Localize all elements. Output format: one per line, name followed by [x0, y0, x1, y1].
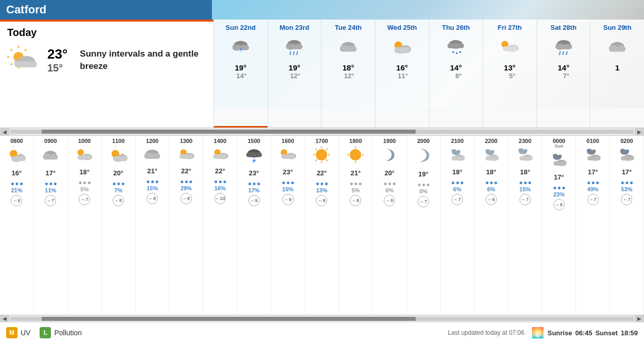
wind-indicator: ←7	[78, 194, 91, 205]
forecast-day-5[interactable]: Fri 27th 13° 5°	[482, 20, 536, 128]
svg-line-98	[316, 159, 317, 161]
forecast-day-name: Sun 29th	[603, 24, 632, 31]
wind-circle: ←6	[486, 194, 497, 205]
svg-rect-40	[503, 46, 518, 51]
today-weather-icon	[7, 43, 40, 78]
forecast-day-1[interactable]: Mon 23rd 19° 12°	[267, 20, 321, 128]
hour-icon	[75, 146, 94, 166]
svg-rect-63	[43, 155, 58, 159]
forecast-day-name: Sat 28th	[550, 24, 577, 31]
rain-section: ● ● ● 15%	[282, 179, 294, 192]
hour-time: 1500	[247, 136, 260, 145]
forecast-day-0[interactable]: Sun 22nd 19° 14°	[213, 20, 267, 128]
svg-rect-89	[281, 154, 295, 159]
forecast-day-name: Thu 26th	[442, 24, 470, 31]
scroll-right-arrow-bottom[interactable]: ▶	[635, 315, 644, 322]
wind-indicator: ←7	[620, 194, 633, 205]
svg-rect-59	[11, 156, 26, 161]
rain-drops: ● ● ●	[587, 179, 599, 186]
rain-section: ● ● ● 29%	[180, 178, 192, 191]
hour-icon	[550, 151, 568, 171]
rain-drops: ● ● ●	[350, 180, 362, 187]
scroll-bar-top[interactable]: ◀ ▶	[0, 128, 644, 136]
scroll-track-bottom[interactable]	[10, 317, 634, 321]
svg-rect-44	[555, 44, 571, 49]
forecast-day-4[interactable]: Thu 26th 14° 8°	[429, 20, 483, 128]
rain-pct: 49%	[587, 186, 599, 192]
scroll-track-top[interactable]	[10, 130, 634, 134]
wind-indicator: ←8	[315, 195, 328, 206]
svg-point-64	[78, 149, 84, 155]
sunrise-time: 06:45	[575, 329, 592, 337]
wind-circle: ←7	[621, 194, 632, 205]
hour-time: 2100	[451, 136, 463, 145]
rain-section: ● ● ● 15%	[146, 178, 158, 191]
forecast-day-name: Tue 24th	[335, 24, 362, 31]
rain-pct: 0%	[419, 188, 427, 194]
rain-section: ● ● ● 16%	[214, 178, 226, 191]
svg-line-8	[11, 63, 12, 65]
wind-circle: ←9	[248, 195, 260, 206]
rain-drops: ● ● ●	[316, 180, 328, 187]
wind-circle: ←8	[181, 193, 192, 204]
wind-circle: ←8	[147, 193, 158, 204]
svg-line-7	[25, 49, 26, 51]
forecast-day-7[interactable]: Sun 29th 1	[590, 20, 644, 128]
hour-time: 1400	[214, 136, 226, 145]
today-description: Sunny intervals and a gentle breeze	[80, 48, 206, 73]
hour-col-18: 0200 17° ● ● ● 53% ←7	[610, 136, 644, 315]
hour-time: 1600	[281, 136, 294, 145]
svg-rect-111	[553, 161, 567, 166]
hour-icon	[177, 146, 195, 165]
rain-pct: 17%	[248, 187, 260, 193]
svg-rect-80	[180, 154, 193, 159]
hour-col-12: 2000 19° ● ● ● 0% ←7	[407, 136, 441, 315]
hour-col-4: 1200 21° ● ● ● 15% ←8	[136, 136, 170, 315]
scroll-left-arrow[interactable]: ◀	[0, 128, 9, 136]
rain-drops: ● ● ●	[621, 179, 633, 186]
rain-drops: ● ● ●	[451, 179, 463, 186]
hour-time: 1700	[315, 136, 328, 145]
svg-rect-105	[452, 156, 465, 160]
scroll-right-arrow[interactable]: ▶	[635, 128, 644, 136]
rain-drops: ● ● ●	[112, 180, 124, 187]
bottom-left: M UV L Pollution	[6, 327, 82, 338]
svg-line-47	[566, 51, 567, 56]
svg-line-97	[327, 149, 328, 150]
today-content: 23° 15° Sunny intervals and a gentle bre…	[7, 43, 206, 78]
hour-time: 2200	[485, 136, 497, 145]
rain-drops: ● ● ●	[384, 180, 396, 187]
forecast-temps: 14° 8°	[450, 63, 462, 80]
wind-circle: ←8	[384, 195, 395, 206]
wind-circle: ←7	[520, 194, 531, 205]
scroll-bar-bottom[interactable]: ◀ ▶	[0, 315, 644, 322]
hour-time: 1200	[146, 136, 158, 145]
rain-pct: 5%	[351, 187, 360, 193]
forecast-day-6[interactable]: Sat 28th 14° 7°	[536, 20, 591, 128]
hour-time: 0100	[586, 136, 599, 145]
hour-temp: 18°	[452, 168, 462, 176]
hour-icon	[617, 146, 636, 166]
hour-col-5: 1300 22° ● ● ● 29% ←8	[169, 136, 203, 315]
hour-temp: 16°	[12, 169, 22, 177]
hour-col-14: 2200 18° ● ● ● 6% ←6	[474, 136, 508, 315]
forecast-day-2[interactable]: Tue 24th 18° 12°	[321, 20, 375, 128]
hour-temp: 19°	[418, 170, 428, 178]
wind-indicator: ←9	[248, 195, 260, 206]
forecast-temps: 19° 14°	[235, 63, 246, 80]
rain-section: ● ● ● 5%	[79, 179, 91, 192]
forecast-temps: 16° 11°	[396, 63, 408, 80]
forecast-day-name: Fri 27th	[497, 24, 522, 31]
svg-rect-115	[621, 156, 634, 160]
wind-circle: ←7	[45, 195, 56, 206]
forecast-high: 1	[615, 63, 619, 72]
scroll-thumb-bottom	[42, 317, 416, 321]
forecast-low: 12°	[344, 72, 354, 80]
hour-time: 2300	[519, 136, 531, 145]
forecast-temps: 13° 5°	[504, 63, 516, 80]
forecast-day-3[interactable]: Wed 25th 16° 11°	[375, 20, 429, 128]
forecast-strip: Sun 22nd 19° 14° Mon 23rd 19° 12° Tue 24…	[213, 20, 644, 128]
scroll-left-arrow-bottom[interactable]: ◀	[0, 315, 9, 322]
hour-time: 1300	[180, 136, 192, 145]
rain-pct: 5%	[80, 186, 88, 192]
